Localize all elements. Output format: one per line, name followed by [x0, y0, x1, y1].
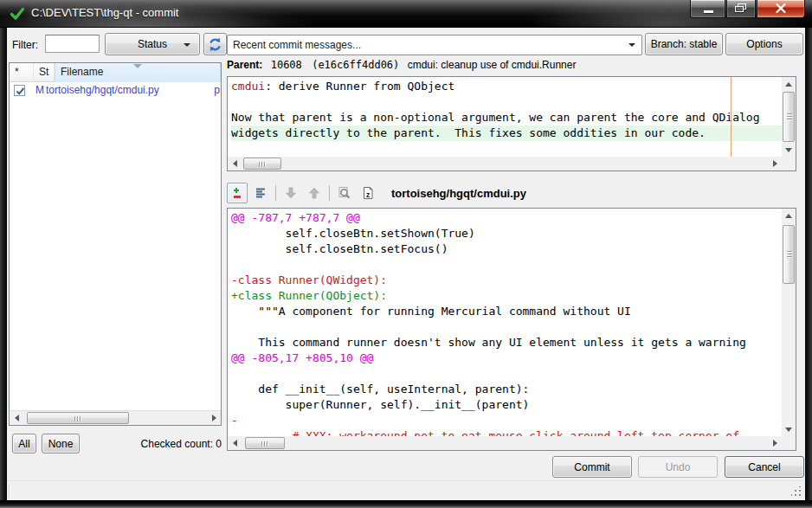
diff-line: - # XXX: workaround not to eat mouse-cli… — [231, 428, 782, 436]
refresh-icon — [208, 37, 222, 52]
diff-line: self.closeBtn.setFocus() — [231, 241, 782, 257]
recent-messages-combobox[interactable]: Recent commit messages... — [227, 35, 642, 55]
diff-vscrollbar[interactable] — [782, 209, 796, 436]
scrollbar-corner — [782, 157, 796, 170]
next-diff-button[interactable] — [280, 183, 301, 203]
diff-line: self.closeBtn.setShown(True) — [231, 226, 782, 241]
commit-button[interactable]: Commit — [552, 456, 632, 478]
minimize-button[interactable] — [690, 0, 725, 18]
diff-line — [231, 366, 782, 382]
diff-line — [231, 319, 782, 335]
window-border-right — [805, 28, 812, 500]
toolbar-separator — [329, 185, 330, 201]
cancel-button[interactable]: Cancel — [725, 456, 804, 478]
window-border-bottom — [0, 500, 812, 508]
window-title: C:\DEV\TEST\thg-qt - commit — [31, 6, 178, 19]
scroll-right-icon[interactable] — [768, 436, 782, 450]
scroll-left-icon[interactable] — [228, 436, 242, 450]
file-list-hscrollbar[interactable] — [10, 410, 221, 425]
message-line: Now that parent is a non-optional argume… — [231, 110, 782, 125]
arrow-down-icon — [284, 186, 298, 200]
status-dropdown-button[interactable]: Status — [105, 33, 200, 55]
file-checkbox[interactable] — [14, 85, 25, 96]
scroll-up-icon[interactable] — [782, 77, 796, 91]
scrollbar-thumb[interactable] — [783, 225, 795, 284]
message-line — [231, 94, 782, 110]
column-header-status[interactable]: St — [34, 63, 55, 82]
parent-info: Parent: 10608 (e16c6ff4dd06) cmdui: clea… — [227, 59, 576, 74]
commit-message-lines: cmdui: derive Runner from QObject Now th… — [228, 77, 782, 157]
diff-file-label: tortoisehg/hgqt/cmdui.py — [391, 187, 526, 200]
select-all-button[interactable]: All — [12, 434, 36, 453]
diff-line — [231, 257, 782, 273]
commit-message-editor[interactable]: cmdui: derive Runner from QObject Now th… — [227, 76, 796, 171]
parent-hash: (e16c6ff4dd06) — [312, 59, 399, 71]
scrollbar-thumb[interactable] — [783, 92, 795, 142]
message-vscrollbar[interactable] — [782, 77, 796, 157]
restore-button[interactable] — [726, 0, 756, 18]
file-overflow-text: p — [214, 84, 220, 96]
diff-mode-button[interactable] — [227, 183, 248, 203]
select-none-button[interactable]: None — [42, 434, 80, 453]
diff-line: @@ -805,17 +805,10 @@ — [231, 350, 782, 366]
filter-input[interactable] — [45, 35, 100, 53]
file-mode-button[interactable] — [250, 183, 271, 203]
minimize-icon — [704, 10, 713, 13]
diff-line: super(Runner, self).__init__(parent) — [231, 397, 782, 413]
checked-count-label: Checked count: 0 — [90, 438, 222, 450]
diff-hscrollbar[interactable] — [228, 436, 782, 450]
parent-revision: 10608 — [271, 59, 302, 71]
filter-label: Filter: — [12, 39, 38, 51]
file-name: tortoisehg/hgqt/cmdui.py — [46, 84, 159, 96]
diff-lines: @@ -787,7 +787,7 @@ self.closeBtn.setSho… — [228, 209, 782, 436]
commit-window: C:\DEV\TEST\thg-qt - commit Filter: Stat… — [0, 0, 812, 508]
scrollbar-thumb[interactable] — [245, 437, 285, 449]
branch-button[interactable]: Branch: stable — [645, 33, 723, 55]
diff-view[interactable]: @@ -787,7 +787,7 @@ self.closeBtn.setSho… — [227, 208, 796, 451]
diff-line: @@ -787,7 +787,7 @@ — [231, 210, 782, 226]
scroll-up-icon[interactable] — [782, 209, 796, 222]
annotate-button[interactable]: z — [358, 183, 378, 203]
title-bar[interactable]: C:\DEV\TEST\thg-qt - commit — [0, 0, 812, 28]
file-row[interactable]: M tortoisehg/hgqt/cmdui.py p — [10, 82, 221, 100]
checkmark-icon — [15, 86, 26, 97]
prev-diff-button[interactable] — [304, 183, 325, 203]
diff-line: - — [231, 413, 782, 428]
diff-line: +class Runner(QObject): — [231, 288, 782, 304]
magnifier-icon — [338, 186, 351, 200]
window-border-left — [0, 28, 7, 500]
scroll-down-icon[interactable] — [782, 143, 796, 157]
message-line: cmdui: derive Runner from QObject — [231, 79, 782, 94]
parent-label: Parent: — [227, 59, 262, 71]
diff-toolbar: z tortoisehg/hgqt/cmdui.py — [227, 182, 526, 204]
scroll-left-icon[interactable] — [10, 411, 23, 425]
refresh-button[interactable] — [203, 33, 227, 55]
svg-text:z: z — [366, 190, 370, 199]
statusbar-divider — [9, 484, 10, 498]
undo-button[interactable]: Undo — [638, 456, 718, 478]
column-header-check[interactable]: * — [10, 63, 34, 82]
options-button[interactable]: Options — [725, 33, 803, 55]
scrollbar-corner — [782, 436, 796, 450]
document-z-icon: z — [361, 186, 375, 200]
diff-line: def __init__(self, useInternal, parent): — [231, 382, 782, 397]
close-button[interactable] — [757, 0, 805, 18]
scrollbar-thumb[interactable] — [243, 158, 281, 170]
search-button[interactable] — [334, 183, 355, 203]
scroll-right-icon[interactable] — [768, 157, 782, 170]
scroll-right-icon[interactable] — [207, 411, 221, 425]
scroll-left-icon[interactable] — [228, 157, 242, 170]
diff-line: -class Runner(QWidget): — [231, 273, 782, 288]
file-status: M — [35, 84, 44, 96]
scrollbar-thumb[interactable] — [27, 412, 129, 424]
message-hscrollbar[interactable] — [228, 157, 782, 170]
chevron-down-icon — [184, 43, 190, 47]
resize-grip[interactable] — [791, 486, 802, 498]
scroll-down-icon[interactable] — [782, 422, 796, 436]
message-line: widgets directly to the parent. This fix… — [231, 125, 782, 141]
plus-minus-icon — [230, 186, 244, 200]
file-list-header: * St Filename — [10, 63, 221, 82]
file-list-panel: * St Filename M tortoisehg/hgqt/cmdui.py… — [9, 62, 222, 426]
toolbar-separator — [275, 185, 276, 201]
diff-line: """A component for running Mercurial com… — [231, 304, 782, 319]
